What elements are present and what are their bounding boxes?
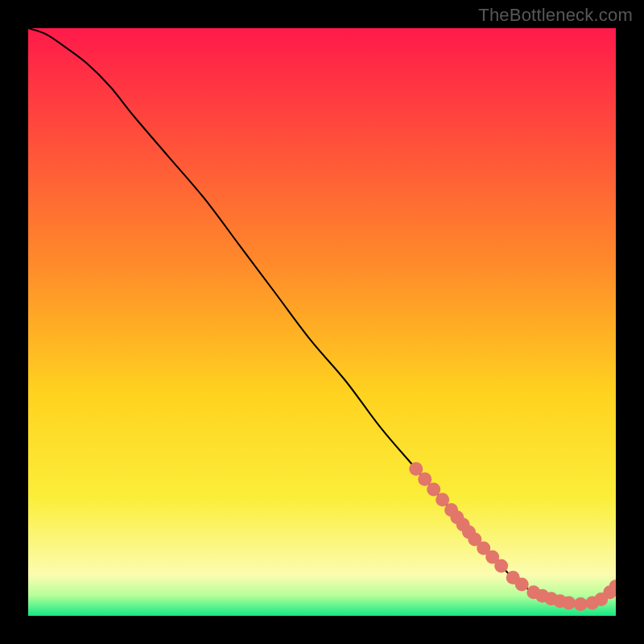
watermark-text: TheBottleneck.com <box>478 5 633 26</box>
plot-area <box>28 28 616 616</box>
bottleneck-curve <box>28 28 616 604</box>
curve-marker <box>494 559 508 572</box>
curve-layer <box>28 28 616 616</box>
curve-marker <box>562 596 576 609</box>
curve-marker <box>574 597 588 611</box>
chart-container: TheBottleneck.com <box>0 0 644 644</box>
curve-markers <box>409 462 616 611</box>
curve-marker <box>515 578 529 592</box>
